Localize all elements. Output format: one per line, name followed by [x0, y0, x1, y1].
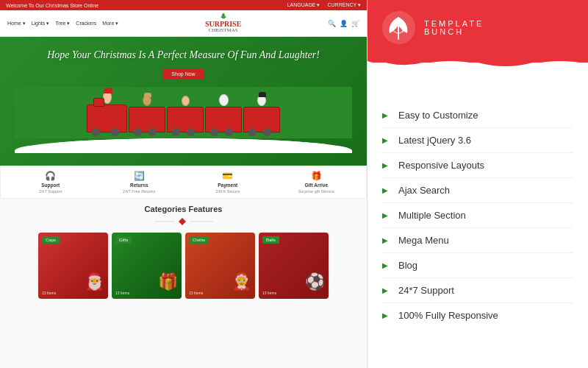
categories-divider [6, 216, 361, 228]
feature-label-2: Latest jQuery 3.6 [398, 135, 471, 146]
website-preview: Welcome To Our Christmas Store Online LA… [0, 0, 368, 368]
svg-marker-1 [179, 218, 186, 225]
category-balls[interactable]: Balls ⚽ 13 Items [259, 233, 329, 299]
support-icon: 🎧 [45, 171, 56, 181]
arrow-icon-5: ▶ [382, 211, 391, 219]
arrow-icon-6: ▶ [382, 236, 391, 244]
search-icon[interactable]: 🔍 [328, 20, 336, 27]
gift-icon: 🎁 [311, 171, 322, 181]
returns-icon: 🔄 [134, 171, 145, 181]
info-payment: 💳 Payment 100% Secure [206, 171, 250, 194]
feature-blog: ▶ Blog [382, 253, 573, 278]
nav-bar: Home ▾ Lights ▾ Tree ▾ Crackers More ▾ 🎄… [0, 10, 367, 37]
arrow-icon-8: ▶ [382, 286, 391, 294]
feature-ajax: ▶ Ajax Search [382, 178, 573, 203]
info-strip: 🎧 Support 24/7 Support 🔄 Returns 24/7 Fr… [0, 166, 367, 199]
feature-label-5: Multiple Section [398, 210, 466, 221]
hero-text: Hope Your Christmas Is A Perfect Measure… [15, 48, 352, 63]
feature-easy-customize: ▶ Easy to Customize [382, 103, 573, 128]
mockup-container: Welcome To Our Christmas Store Online LA… [0, 0, 367, 368]
info-support: 🎧 Support 24/7 Support [29, 171, 73, 194]
category-caps[interactable]: Caps 🎅 13 Items [38, 233, 108, 299]
arrow-icon-3: ▶ [382, 161, 391, 169]
feature-mega-menu: ▶ Mega Menu [382, 228, 573, 253]
category-grid: Caps 🎅 13 Items Gifts 🎁 13 Items Cloths … [6, 233, 361, 299]
nav-crackers[interactable]: Crackers [76, 21, 96, 26]
info-gift: 🎁 Gift Arrive Surprise gift Service [294, 171, 338, 194]
site-logo: 🎄 SURPRISE CHRISTMAS [205, 13, 241, 33]
top-bar: Welcome To Our Christmas Store Online LA… [0, 0, 367, 10]
category-gifts[interactable]: Gifts 🎁 13 Items [112, 233, 182, 299]
feature-fully-responsive: ▶ 100% Fully Responsive [382, 303, 573, 328]
feature-label-9: 100% Fully Responsive [398, 310, 498, 321]
info-returns: 🔄 Returns 24/7 Free Returns [117, 171, 161, 194]
feature-label-7: Blog [398, 260, 417, 271]
cart-icon[interactable]: 🛒 [351, 20, 359, 27]
train-illustration [15, 87, 352, 138]
arrow-icon-7: ▶ [382, 261, 391, 269]
nav-tree[interactable]: Tree ▾ [55, 21, 70, 26]
arrow-icon-4: ▶ [382, 186, 391, 194]
hero-section: Hope Your Christmas Is A Perfect Measure… [0, 37, 367, 166]
arrow-icon-2: ▶ [382, 136, 391, 144]
feature-label-1: Easy to Customize [398, 110, 478, 121]
feature-support: ▶ 24*7 Support [382, 278, 573, 303]
feature-label-4: Ajax Search [398, 185, 450, 196]
feature-label-3: Responsive Layouts [398, 160, 484, 171]
category-cloths[interactable]: Cloths 🤶 13 Items [185, 233, 255, 299]
currency-selector[interactable]: CURRENCY ▾ [328, 2, 362, 8]
nav-more[interactable]: More ▾ [102, 21, 118, 26]
nav-home[interactable]: Home ▾ [7, 21, 26, 26]
nav-lights[interactable]: Lights ▾ [32, 21, 50, 26]
brand-header: TEMPLATE BUNCH [368, 0, 588, 55]
account-icon[interactable]: 👤 [340, 20, 348, 27]
brand-name-block: TEMPLATE BUNCH [424, 20, 484, 36]
shop-now-button[interactable]: Shop Now [162, 68, 204, 79]
payment-icon: 💳 [222, 171, 233, 181]
feature-label-6: Mega Menu [398, 235, 449, 246]
feature-jquery: ▶ Latest jQuery 3.6 [382, 128, 573, 153]
arrow-icon-9: ▶ [382, 311, 391, 319]
brand-logo-icon [382, 11, 415, 44]
categories-section: Categories Features Caps 🎅 13 Items Gift… [0, 199, 367, 368]
categories-title: Categories Features [6, 205, 361, 213]
feature-responsive: ▶ Responsive Layouts [382, 153, 573, 178]
nav-icons: 🔍 👤 🛒 [328, 20, 359, 27]
feature-multiple-section: ▶ Multiple Section [382, 203, 573, 228]
language-selector[interactable]: LANGUAGE ▾ [287, 2, 320, 8]
welcome-text: Welcome To Our Christmas Store Online [6, 3, 98, 8]
right-panel: TEMPLATE BUNCH ▶ Easy to Customize ▶ Lat… [368, 0, 588, 368]
features-list: ▶ Easy to Customize ▶ Latest jQuery 3.6 … [368, 63, 588, 368]
arrow-icon-1: ▶ [382, 111, 391, 119]
feature-label-8: 24*7 Support [398, 285, 454, 296]
nav-links: Home ▾ Lights ▾ Tree ▾ Crackers More ▾ [7, 21, 118, 26]
